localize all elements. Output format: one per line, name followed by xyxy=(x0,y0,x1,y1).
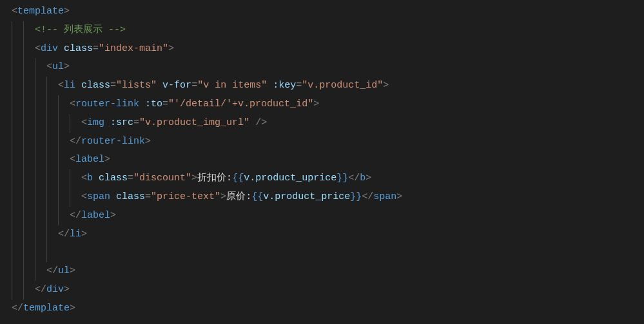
code-content: <li class="lists" v-for="v in items" :ke… xyxy=(58,77,389,95)
code-line[interactable]: </ul> xyxy=(12,262,644,281)
token-tag: span xyxy=(87,191,110,202)
indent-guides xyxy=(12,188,81,207)
indent-guide xyxy=(23,188,24,207)
token-punct: < xyxy=(70,154,75,165)
indent-guide xyxy=(12,95,12,114)
token-tag: div xyxy=(46,284,64,295)
indent-guide xyxy=(58,207,59,225)
code-line[interactable]: <template> xyxy=(12,3,644,21)
indent-guide xyxy=(35,243,35,262)
indent-guide xyxy=(58,151,59,169)
token-punct: = xyxy=(133,117,139,128)
indent-guide xyxy=(46,114,47,133)
indent-guide xyxy=(12,281,12,300)
token-str: "discount" xyxy=(133,173,191,184)
indent-guide xyxy=(46,243,47,262)
code-line[interactable]: <router-link :to="'/detail/'+v.product_i… xyxy=(12,95,644,114)
token-attr: v-for xyxy=(162,80,191,91)
indent-guide xyxy=(23,243,24,262)
code-line[interactable]: <li class="lists" v-for="v in items" :ke… xyxy=(12,77,644,95)
code-content: </label> xyxy=(70,207,116,225)
indent-guide xyxy=(23,40,24,59)
token-punct: > xyxy=(220,191,226,202)
code-content: <ul> xyxy=(46,58,70,77)
token-tag: img xyxy=(87,117,104,128)
token-punct: > xyxy=(104,154,110,165)
token-tag: li xyxy=(70,229,81,240)
indent-guide xyxy=(23,77,24,95)
indent-guide xyxy=(23,133,24,151)
indent-guide xyxy=(12,133,12,151)
code-content: </li> xyxy=(58,225,87,244)
token-punct: </ xyxy=(362,191,373,202)
code-line[interactable]: <div class="index-main"> xyxy=(12,40,644,59)
token-text xyxy=(139,99,145,110)
token-attr: class xyxy=(81,80,110,91)
code-line[interactable]: <b class="discount">折扣价:{{v.product_upri… xyxy=(12,169,644,188)
token-punct: = xyxy=(128,173,133,184)
code-content: <router-link :to="'/detail/'+v.product_i… xyxy=(70,95,319,114)
indent-guide xyxy=(46,207,47,225)
token-punct: </ xyxy=(46,265,58,276)
indent-guides xyxy=(12,281,35,300)
indent-guide xyxy=(23,95,24,114)
code-content: <div class="index-main"> xyxy=(35,40,174,59)
indent-guide xyxy=(35,225,35,244)
token-tag: ul xyxy=(52,61,64,72)
indent-guide xyxy=(35,133,35,151)
indent-guides xyxy=(12,151,70,169)
token-punct: > xyxy=(110,210,116,221)
code-content: </template> xyxy=(12,300,75,318)
token-mustache: v.product_price xyxy=(263,191,350,202)
token-text xyxy=(249,117,255,128)
indent-guide xyxy=(46,188,47,207)
code-editor[interactable]: <template><!-- 列表展示 --><div class="index… xyxy=(12,3,644,318)
token-text xyxy=(104,117,110,128)
token-str: "v.product_img_url" xyxy=(139,117,249,128)
token-text: 原价: xyxy=(226,191,251,202)
code-line[interactable]: </div> xyxy=(12,281,644,300)
token-brace: }} xyxy=(350,191,362,202)
code-content: <img :src="v.product_img_url" /> xyxy=(81,114,267,133)
token-punct: </ xyxy=(348,173,360,184)
indent-guides xyxy=(12,262,46,281)
code-line[interactable]: <span class="price-text">原价:{{v.product_… xyxy=(12,188,644,207)
token-punct: < xyxy=(12,6,17,17)
token-punct: > xyxy=(366,173,371,184)
code-line[interactable]: </template> xyxy=(12,300,644,318)
code-content: <!-- 列表展示 --> xyxy=(35,21,126,40)
indent-guides xyxy=(12,207,70,225)
token-punct: < xyxy=(81,173,87,184)
indent-guide xyxy=(12,207,12,225)
token-punct: > xyxy=(168,43,174,54)
code-line[interactable]: <img :src="v.product_img_url" /> xyxy=(12,114,644,133)
token-punct: = xyxy=(191,80,197,91)
token-str: "v in items" xyxy=(197,80,267,91)
code-line[interactable]: <label> xyxy=(12,151,644,169)
code-line[interactable] xyxy=(12,243,644,262)
indent-guide xyxy=(35,207,35,225)
code-line[interactable]: </label> xyxy=(12,207,644,225)
indent-guide xyxy=(12,169,12,188)
indent-guide xyxy=(23,262,24,281)
code-content: <span class="price-text">原价:{{v.product_… xyxy=(81,188,402,207)
code-line[interactable]: <ul> xyxy=(12,58,644,77)
code-content: </router-link> xyxy=(70,133,151,151)
indent-guides xyxy=(12,114,81,133)
token-str: "v.product_id" xyxy=(302,80,383,91)
code-line[interactable]: <!-- 列表展示 --> xyxy=(12,21,644,40)
indent-guide xyxy=(35,58,35,77)
token-brace: {{ xyxy=(232,173,244,184)
indent-guides xyxy=(12,169,81,188)
token-punct: < xyxy=(46,61,52,72)
code-line[interactable]: </router-link> xyxy=(12,133,644,151)
token-text xyxy=(93,173,99,184)
indent-guide xyxy=(58,114,59,133)
token-text xyxy=(157,80,162,91)
token-punct: </ xyxy=(70,136,81,147)
code-line[interactable]: </li> xyxy=(12,225,644,244)
indent-guides xyxy=(12,40,35,59)
token-brace: {{ xyxy=(251,191,263,202)
indent-guide xyxy=(35,169,35,188)
indent-guide xyxy=(12,58,12,77)
